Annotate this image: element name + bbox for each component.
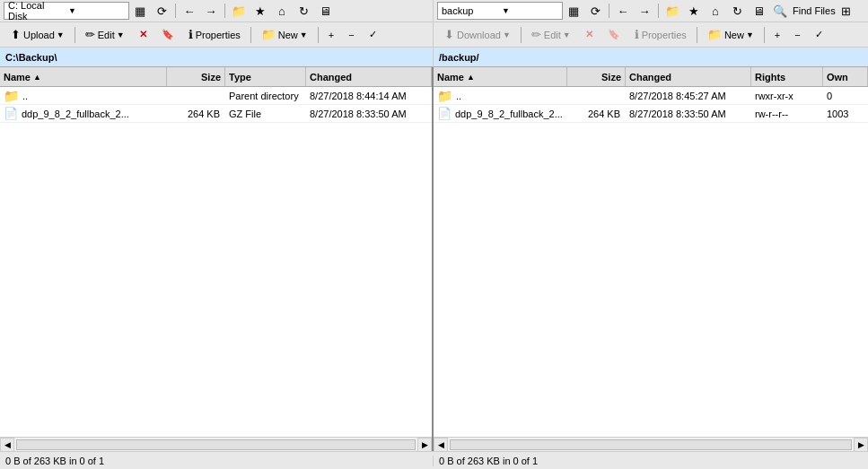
right-col-name[interactable]: Name ▲ [434, 67, 567, 86]
right-drive-select[interactable]: backup ▼ [437, 2, 563, 20]
left-bookmark-icon[interactable]: ★ [250, 2, 270, 20]
right-row-parent[interactable]: 📁 .. 8/27/2018 8:45:27 AM rwxr-xr-x 0 [434, 87, 868, 105]
nav-sep-2 [224, 4, 225, 18]
left-col-name-sort: ▲ [33, 73, 41, 82]
left-nav-forward[interactable]: → [201, 2, 221, 20]
right-row-0-name-text: .. [456, 91, 461, 101]
left-check-button[interactable]: ✓ [363, 25, 383, 45]
left-edit-label: Edit [98, 30, 115, 40]
right-scroll-track[interactable] [450, 439, 852, 450]
left-nav-back[interactable]: ← [180, 2, 199, 20]
right-sync-icon[interactable]: ⟳ [585, 2, 605, 20]
right-pane: Name ▲ Size Changed Rights Own 📁 .. [434, 67, 868, 437]
upload-icon: ⬆ [11, 28, 21, 41]
left-properties-label: Properties [196, 30, 241, 40]
right-row-1-size: 264 KB [567, 109, 626, 119]
right-minus-button[interactable]: − [788, 25, 806, 45]
tb-sep-2 [250, 27, 251, 43]
left-grid-icon[interactable]: ▦ [130, 2, 150, 20]
left-drive-arrow: ▼ [68, 6, 125, 15]
left-new-folder-icon[interactable]: 📁 [229, 2, 249, 20]
left-scroll-left-arrow[interactable]: ◀ [0, 438, 14, 452]
left-plus-button[interactable]: + [322, 25, 340, 45]
right-refresh-icon[interactable]: ↻ [727, 2, 747, 20]
left-file-icon-1: 📄 [4, 107, 18, 120]
right-scroll-right-arrow[interactable]: ▶ [854, 438, 868, 452]
left-properties-button[interactable]: ℹ Properties [182, 25, 247, 45]
right-bookmark-icon[interactable]: ★ [684, 2, 704, 20]
right-col-owner-label: Own [827, 72, 848, 83]
left-edit-arrow: ▼ [117, 30, 125, 39]
left-col-size[interactable]: Size [167, 67, 225, 86]
left-edit-icon: ✏ [85, 28, 95, 41]
right-scroll-left-arrow[interactable]: ◀ [434, 438, 448, 452]
left-new-button[interactable]: 📁 New ▼ [255, 25, 314, 45]
left-refresh-icon[interactable]: ↻ [294, 2, 313, 20]
left-drive-label: C: Local Disk [8, 0, 65, 22]
right-server-icon[interactable]: 🖥 [749, 2, 768, 20]
right-edit-icon: ✏ [531, 28, 541, 41]
left-plus-icon: + [329, 30, 334, 40]
right-status: 0 B of 263 KB in 0 of 1 [434, 456, 868, 466]
right-hscroll[interactable]: ◀ ▶ [434, 437, 868, 451]
right-row-file-1[interactable]: 📄 ddp_9_8_2_fullback_2... 264 KB 8/27/20… [434, 105, 868, 123]
right-bookmark-btn[interactable]: 🔖 [601, 25, 627, 45]
right-col-name-label: Name [437, 72, 464, 83]
right-delete-button[interactable]: ✕ [579, 25, 600, 45]
left-col-changed[interactable]: Changed [306, 67, 432, 86]
right-new-folder-icon[interactable]: 📁 [662, 2, 682, 20]
left-home-icon[interactable]: ⌂ [272, 2, 292, 20]
left-col-name-label: Name [4, 72, 31, 83]
left-path-text: C:\Backup\ [5, 52, 57, 63]
right-col-rights[interactable]: Rights [751, 67, 823, 86]
left-scroll-track[interactable] [16, 439, 416, 450]
left-drive-bar: C: Local Disk ▼ ▦ ⟳ ← → 📁 ★ ⌂ ↻ 🖥 [0, 0, 434, 22]
right-new-button[interactable]: 📁 New ▼ [701, 25, 760, 45]
right-file-list: 📁 .. 8/27/2018 8:45:27 AM rwxr-xr-x 0 📄 … [434, 87, 868, 437]
right-download-button[interactable]: ⬇ Download ▼ [438, 25, 517, 45]
right-col-changed[interactable]: Changed [626, 67, 751, 86]
left-delete-button[interactable]: ✕ [133, 25, 153, 45]
right-file-icon-1: 📄 [437, 107, 452, 120]
status-bar: 0 B of 263 KB in 0 of 1 0 B of 263 KB in… [0, 451, 868, 469]
right-edit-button[interactable]: ✏ Edit ▼ [525, 25, 577, 45]
right-edit-arrow: ▼ [563, 30, 571, 39]
left-row-parent[interactable]: 📁 .. Parent directory 8/27/2018 8:44:14 … [0, 87, 432, 105]
left-minus-button[interactable]: − [342, 25, 360, 45]
right-nav-forward[interactable]: → [635, 2, 654, 20]
left-drive-select[interactable]: C: Local Disk ▼ [4, 2, 129, 20]
left-new-label: New [278, 30, 298, 40]
left-sync-icon[interactable]: ⟳ [152, 2, 171, 20]
left-scrollbar: ◀ ▶ [0, 437, 434, 451]
right-plus-button[interactable]: + [768, 25, 786, 45]
right-home-icon[interactable]: ⌂ [706, 2, 725, 20]
left-edit-button[interactable]: ✏ Edit ▼ [79, 25, 131, 45]
left-col-changed-label: Changed [310, 72, 352, 83]
left-scroll-right-arrow[interactable]: ▶ [417, 438, 432, 452]
right-edit-label: Edit [544, 30, 561, 40]
right-grid-icon[interactable]: ▦ [564, 2, 583, 20]
right-col-size[interactable]: Size [567, 67, 626, 86]
left-col-name[interactable]: Name ▲ [0, 67, 167, 86]
left-col-type[interactable]: Type [225, 67, 306, 86]
left-row-1-name: 📄 ddp_9_8_2_fullback_2... [0, 107, 167, 120]
upload-label: Upload [23, 30, 55, 40]
left-col-header: Name ▲ Size Type Changed [0, 67, 432, 87]
right-check-button[interactable]: ✓ [809, 25, 829, 45]
right-nav-back[interactable]: ← [613, 2, 633, 20]
left-bm-icon: 🔖 [162, 29, 174, 40]
left-server-icon[interactable]: 🖥 [315, 2, 335, 20]
left-row-file-1[interactable]: 📄 ddp_9_8_2_fullback_2... 264 KB GZ File… [0, 105, 432, 123]
right-properties-button[interactable]: ℹ Properties [628, 25, 693, 45]
right-find-icon[interactable]: 🔍 [770, 2, 790, 20]
left-hscroll[interactable]: ◀ ▶ [0, 437, 432, 451]
right-plus-icon: + [775, 30, 780, 40]
right-col-owner[interactable]: Own [823, 67, 868, 86]
left-bookmark-btn[interactable]: 🔖 [155, 25, 180, 45]
left-upload-button[interactable]: ⬆ Upload ▼ [4, 25, 71, 45]
left-row-parent-name: 📁 .. [0, 89, 167, 103]
right-extra-icon[interactable]: ⊞ [837, 2, 856, 20]
left-col-size-label: Size [201, 72, 221, 83]
right-scrollbar: ◀ ▶ [434, 437, 868, 451]
left-toolbar: ⬆ Upload ▼ ✏ Edit ▼ ✕ 🔖 ℹ Properties 📁 N… [0, 22, 434, 47]
